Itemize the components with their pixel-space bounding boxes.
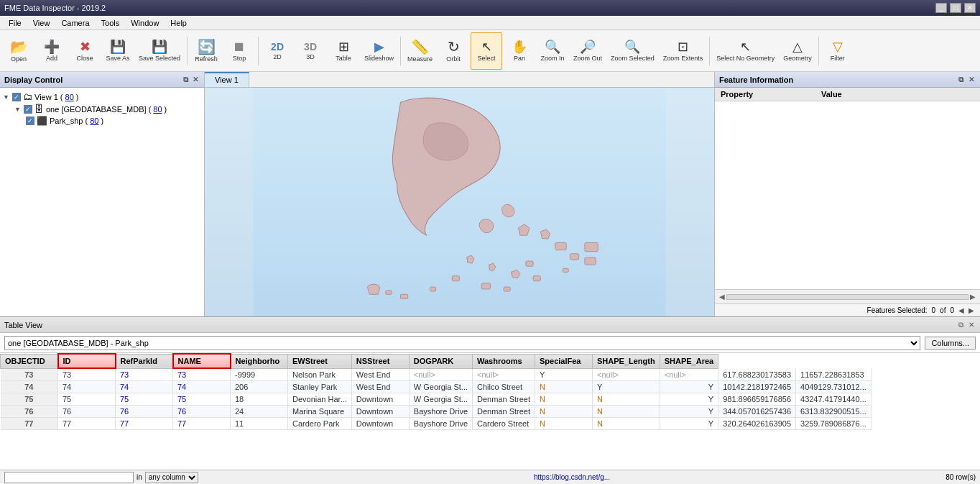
display-control-close-button[interactable]: ✕	[191, 76, 200, 84]
table-cell: Devonian Har...	[288, 393, 352, 406]
tree-expand-geo[interactable]: ▼	[14, 106, 22, 113]
table-cell: West End	[351, 381, 409, 393]
feature-info-float-button[interactable]: ⧉	[957, 76, 965, 83]
stop-button[interactable]: ⏹ Stop	[223, 32, 255, 70]
filter-icon: ▽	[833, 40, 843, 53]
measure-button[interactable]: 📏 Measure	[404, 32, 436, 70]
feature-info-close-button[interactable]: ✕	[967, 76, 976, 83]
col-refparkid[interactable]: RefParkId	[116, 354, 173, 368]
pan-button[interactable]: ✋ Pan	[504, 32, 535, 70]
feature-info-scroll[interactable]	[715, 101, 980, 289]
orbit-button[interactable]: ↻ Orbit	[438, 32, 469, 70]
table-row[interactable]: 74747474206Stanley ParkWest EndW Georgia…	[1, 381, 872, 393]
map-canvas[interactable]	[205, 88, 714, 316]
scroll-right-arrow[interactable]: ▶	[969, 293, 977, 301]
col-nsstreet[interactable]: NSStreet	[351, 354, 409, 368]
tree-layer-icon: ⬛	[37, 116, 47, 126]
svg-rect-5	[430, 287, 435, 291]
zoom-in-button[interactable]: 🔍 Zoom In	[537, 32, 568, 70]
table-view-float-button[interactable]: ⧉	[957, 321, 965, 329]
nav-prev-arrow[interactable]: ◀	[958, 306, 964, 314]
menu-camera[interactable]: Camera	[55, 17, 95, 29]
menu-file[interactable]: File	[3, 17, 27, 29]
table-cell: 76	[173, 406, 231, 418]
fi-scrollbar-track[interactable]	[726, 294, 969, 300]
tree-checkbox-park[interactable]: ✓	[26, 117, 34, 125]
tree-folder-view1: 🗂	[23, 91, 32, 102]
maximize-button[interactable]: □	[950, 3, 961, 13]
menu-window[interactable]: Window	[125, 17, 165, 29]
zoom-extents-button[interactable]: ⊡ Zoom Extents	[660, 32, 707, 70]
tree-view1-link[interactable]: 80	[65, 93, 74, 101]
geometry-button[interactable]: △ Geometry	[780, 32, 815, 70]
menu-view[interactable]: View	[27, 17, 56, 29]
zoom-selected-button[interactable]: 🔍 Zoom Selected	[607, 32, 658, 70]
add-button[interactable]: ➕ Add	[36, 32, 68, 70]
col-neighborho[interactable]: Neighborho	[231, 354, 288, 368]
col-ewstreet[interactable]: EWStreet	[288, 354, 352, 368]
slideshow-button[interactable]: ▶ Slideshow	[361, 32, 397, 70]
col-objectid[interactable]: OBJECTID	[1, 354, 58, 368]
menu-tools[interactable]: Tools	[96, 17, 126, 29]
close-window-button[interactable]: ✕	[964, 3, 976, 13]
filter-button[interactable]: ▽ Filter	[822, 32, 854, 70]
save-as-icon: 💾	[110, 40, 126, 53]
col-washrooms[interactable]: Washrooms	[473, 354, 535, 368]
data-table[interactable]: OBJECTID ID RefParkId NAME Neighborho EW…	[0, 353, 980, 470]
table-row[interactable]: 7575757518Devonian Har...DowntownW Georg…	[1, 393, 872, 406]
table-row[interactable]: 73737373-9999Nelson ParkWest End<null><n…	[1, 368, 872, 381]
table-cell: 73	[58, 368, 116, 381]
col-shape-area[interactable]: SHAPE_Area	[660, 354, 718, 368]
tree-park-link[interactable]: 80	[90, 117, 98, 125]
save-as-button[interactable]: 💾 Save As	[102, 32, 134, 70]
save-selected-button[interactable]: 💾 Save Selected	[135, 32, 184, 70]
svg-rect-2	[570, 254, 578, 260]
slideshow-icon: ▶	[374, 40, 384, 53]
col-id[interactable]: ID	[58, 354, 116, 368]
select-no-geometry-button[interactable]: ↖ Select No Geometry	[713, 32, 778, 70]
refresh-icon: 🔄	[198, 40, 216, 54]
table-cell: Y	[535, 368, 593, 381]
col-shape-length[interactable]: SHAPE_Length	[593, 354, 660, 368]
table-selector[interactable]: one [GEODATABASE_MDB] - Park_shp	[4, 336, 920, 350]
2d-button[interactable]: 2D 2D	[262, 32, 293, 70]
map-tab-view1[interactable]: View 1	[205, 72, 249, 87]
row-count: 80 row(s)	[946, 473, 976, 481]
table-row[interactable]: 7676767624Marina SquareDowntownBayshore …	[1, 406, 872, 418]
table-row[interactable]: 7777777711Cardero ParkDowntownBayshore D…	[1, 418, 872, 430]
table-cell: 206	[231, 381, 288, 393]
table-cell: Cardero Street	[473, 418, 535, 430]
display-control-float-button[interactable]: ⧉	[182, 76, 190, 84]
table-cell: 77	[173, 418, 231, 430]
search-column-select[interactable]: any column	[145, 472, 198, 483]
minimize-button[interactable]: _	[935, 3, 947, 13]
nav-next-arrow[interactable]: ▶	[969, 306, 974, 314]
open-button[interactable]: 📂 Open	[3, 32, 34, 70]
table-header-row: OBJECTID ID RefParkId NAME Neighborho EW…	[1, 354, 872, 368]
col-dogpark[interactable]: DOGPARK	[409, 354, 472, 368]
tree-expand-view1[interactable]: ▼	[3, 93, 10, 101]
tree-geo-link[interactable]: 80	[153, 105, 162, 114]
tree-checkbox-geo[interactable]: ✓	[24, 105, 32, 114]
scroll-left-arrow[interactable]: ◀	[718, 293, 726, 301]
table-view-close-button[interactable]: ✕	[967, 321, 976, 329]
table-cell: 77	[58, 418, 116, 430]
select-button[interactable]: ↖ Select	[471, 32, 502, 70]
menu-help[interactable]: Help	[165, 17, 193, 29]
table-cell: <null>	[593, 368, 660, 381]
table-cell: 43247.41791440...	[796, 393, 872, 406]
search-input[interactable]	[4, 472, 134, 483]
columns-button[interactable]: Columns...	[925, 337, 976, 350]
pan-icon: ✋	[512, 40, 527, 53]
table-cell: 76	[116, 406, 173, 418]
refresh-button[interactable]: 🔄 Refresh	[190, 32, 222, 70]
zoom-out-button[interactable]: 🔎 Zoom Out	[570, 32, 606, 70]
3d-button[interactable]: 3D 3D	[295, 32, 326, 70]
app-title: FME Data Inspector - 2019.2	[4, 4, 106, 12]
table-button[interactable]: ⊞ Table	[328, 32, 359, 70]
close-file-button[interactable]: ✖ Close	[69, 32, 101, 70]
tree-checkbox-view1[interactable]: ✓	[12, 93, 21, 101]
col-name[interactable]: NAME	[173, 354, 231, 368]
map-tab-label: View 1	[215, 76, 239, 84]
col-specialfea[interactable]: SpecialFea	[535, 354, 593, 368]
